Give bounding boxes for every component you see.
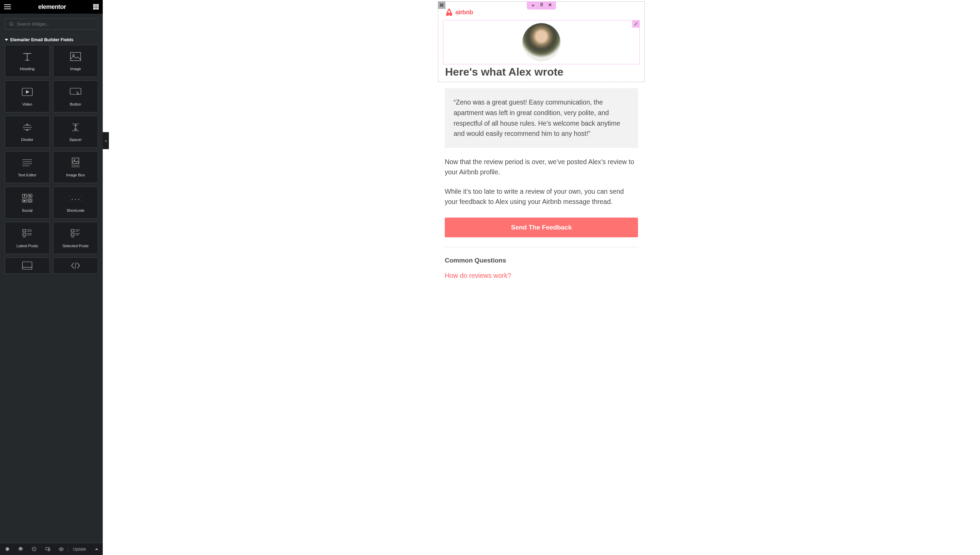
apps-grid-icon[interactable]	[93, 4, 99, 10]
faq-link-1[interactable]: How do reviews work?	[445, 272, 638, 279]
widget-label: Latest Posts	[16, 244, 38, 248]
send-feedback-button[interactable]: Send The Feedback	[445, 218, 638, 237]
widget-icon	[71, 157, 80, 168]
widget-icon	[22, 87, 33, 97]
widget-icon	[70, 87, 82, 97]
widget-icon	[70, 260, 81, 271]
faq-heading: Common Questions	[445, 257, 638, 264]
svg-rect-19	[71, 229, 74, 232]
edit-widget-button[interactable]	[632, 20, 640, 27]
category-toggle[interactable]: Elemailer Email Builder Fields	[5, 34, 98, 45]
delete-section-button[interactable]: ✕	[548, 2, 552, 8]
profile-avatar	[522, 23, 560, 61]
svg-rect-6	[72, 158, 79, 164]
category-title: Elemailer Email Builder Fields	[10, 37, 74, 42]
widget-label: Shortcode	[67, 209, 85, 212]
email-template: ＋ ⠿ ✕ airbnb Here's what A	[438, 2, 645, 555]
widget-latest-posts[interactable]: Latest Posts	[5, 222, 50, 254]
history-button[interactable]	[27, 543, 41, 555]
widget-icon	[22, 260, 32, 271]
pencil-icon	[634, 22, 638, 26]
svg-rect-2	[70, 53, 81, 61]
layers-icon	[18, 547, 23, 552]
svg-rect-25	[440, 4, 442, 7]
update-label: Update	[73, 547, 86, 552]
widget-label: Image Box	[66, 173, 85, 177]
widget-icon	[22, 157, 32, 168]
brand-logo: elementor	[38, 3, 66, 11]
airbnb-logo-text: airbnb	[455, 9, 473, 16]
widget-icon	[21, 51, 34, 62]
history-icon	[32, 547, 37, 552]
search-icon	[9, 22, 14, 27]
preview-button[interactable]	[54, 543, 68, 555]
airbnb-logo-icon	[445, 8, 453, 17]
section-selected[interactable]: ＋ ⠿ ✕ airbnb Here's what A	[438, 2, 645, 82]
image-widget-selected[interactable]	[443, 20, 640, 64]
column-handle[interactable]	[438, 2, 445, 9]
widget-icon	[22, 122, 32, 133]
widget-button[interactable]: Button	[53, 80, 98, 112]
widget-item[interactable]	[53, 257, 98, 274]
svg-rect-21	[22, 262, 32, 269]
widget-label: Selected Posts	[62, 244, 89, 248]
widget-icon	[71, 122, 80, 133]
navigator-button[interactable]	[14, 543, 27, 555]
widget-label: Spacer	[69, 138, 82, 142]
body-paragraph-2: While it’s too late to write a review of…	[445, 186, 638, 207]
collapse-sidebar-button[interactable]	[103, 132, 109, 149]
svg-point-7	[74, 160, 75, 161]
divider	[445, 247, 638, 247]
svg-point-15	[29, 199, 31, 202]
widget-label: Social	[22, 209, 32, 212]
edit-section-button[interactable]: ⠿	[540, 2, 544, 8]
widget-shortcode[interactable]: [...]Shortcode	[53, 187, 98, 218]
email-heading: Here's what Alex wrote	[443, 66, 640, 78]
add-section-button[interactable]: ＋	[531, 2, 535, 8]
svg-point-24	[61, 549, 62, 550]
sidebar-header: elementor	[0, 0, 103, 14]
widget-category: Elemailer Email Builder Fields HeadingIm…	[0, 34, 103, 278]
widget-spacer[interactable]: Spacer	[53, 116, 98, 148]
widget-text-editor[interactable]: Text Editor	[5, 151, 50, 183]
widget-icon	[70, 51, 81, 62]
chevron-up-icon	[95, 548, 98, 550]
widget-icon	[71, 228, 80, 239]
body-paragraph-1: Now that the review period is over, we’v…	[445, 157, 638, 177]
svg-text:▶: ▶	[24, 199, 26, 202]
widget-label: Button	[70, 102, 81, 106]
widget-icon	[22, 228, 32, 239]
eye-icon	[59, 547, 64, 552]
widget-image[interactable]: Image	[53, 45, 98, 77]
svg-rect-17	[23, 229, 26, 232]
widget-selected-posts[interactable]: Selected Posts	[53, 222, 98, 254]
search-widget-field[interactable]	[5, 18, 98, 30]
svg-point-0	[10, 22, 13, 25]
svg-text:[...]: [...]	[69, 195, 82, 201]
sidebar-footer: Update	[0, 543, 103, 555]
search-input[interactable]	[17, 21, 94, 27]
svg-rect-18	[23, 233, 26, 236]
svg-rect-20	[71, 233, 74, 236]
widget-label: Video	[22, 102, 32, 106]
responsive-button[interactable]	[41, 543, 54, 555]
gear-icon	[5, 547, 10, 552]
email-body: “Zeno was a great guest! Easy communicat…	[438, 82, 645, 279]
widget-item[interactable]	[5, 257, 50, 274]
widget-heading[interactable]: Heading	[5, 45, 50, 77]
widget-social[interactable]: f▶Social	[5, 187, 50, 218]
widget-label: Divider	[21, 138, 34, 142]
widget-image-box[interactable]: Image Box	[53, 151, 98, 183]
elementor-sidebar: elementor Elemailer Email Builder Fields…	[0, 0, 103, 555]
settings-button[interactable]	[0, 543, 14, 555]
editor-canvas[interactable]: ＋ ⠿ ✕ airbnb Here's what A	[103, 0, 980, 555]
widget-divider[interactable]: Divider	[5, 116, 50, 148]
review-quote: “Zeno was a great guest! Easy communicat…	[445, 88, 638, 148]
widget-icon: f▶	[22, 193, 32, 204]
section-controls: ＋ ⠿ ✕	[527, 2, 556, 10]
widget-video[interactable]: Video	[5, 80, 50, 112]
columns-icon	[440, 3, 444, 7]
menu-icon[interactable]	[4, 5, 11, 9]
update-button[interactable]: Update	[68, 547, 103, 552]
svg-text:f: f	[24, 194, 25, 197]
